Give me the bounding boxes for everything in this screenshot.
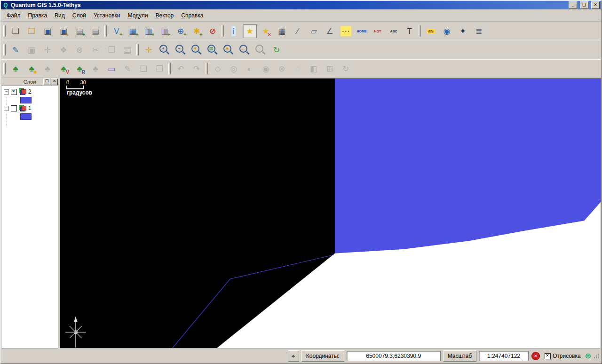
- toolbar-grip[interactable]: [104, 25, 107, 37]
- layers-panel-header[interactable]: Слои ❐ ✕: [1, 78, 58, 86]
- text-annotation-button[interactable]: T: [403, 24, 417, 38]
- scale-bar-plugin-button[interactable]: ≣: [472, 24, 486, 38]
- expander-icon[interactable]: [4, 89, 9, 95]
- deselect-features-button[interactable]: ★✕: [259, 24, 273, 38]
- toolbar-grip[interactable]: [222, 25, 224, 37]
- minimize-button[interactable]: _: [569, 1, 577, 9]
- north-arrow-plugin-button[interactable]: ✦: [456, 24, 470, 38]
- add-spatialite-layer-button[interactable]: ▥+: [158, 24, 172, 38]
- measure-area-button[interactable]: ▱: [307, 24, 321, 38]
- zoom-to-selection-button[interactable]: ★: [222, 43, 236, 57]
- menu-vector[interactable]: Вектор: [151, 11, 177, 20]
- globe-plugin-button[interactable]: ◉: [440, 24, 454, 38]
- toolbar-grip[interactable]: [3, 63, 6, 74]
- open-attribute-table-button[interactable]: ▦: [275, 24, 289, 38]
- dock-float-button[interactable]: ❐: [43, 79, 50, 85]
- scale-bar-unit-label: градусов: [67, 89, 92, 96]
- print-button[interactable]: ▤: [88, 24, 103, 38]
- close-button[interactable]: ✕: [591, 1, 600, 9]
- expander-icon[interactable]: [4, 106, 9, 111]
- menu-file[interactable]: Файл: [3, 11, 24, 20]
- layer-row[interactable]: 1: [1, 104, 58, 112]
- scale-input[interactable]: 1:247407122: [479, 351, 529, 361]
- select-features-button[interactable]: ★: [243, 24, 257, 38]
- render-checkbox[interactable]: [545, 353, 551, 359]
- menu-edit[interactable]: Правка: [24, 11, 51, 20]
- coordinates-input[interactable]: 6500079.3,6230390.9: [347, 351, 441, 361]
- toolbar-grip[interactable]: [3, 25, 6, 37]
- layer-row[interactable]: 2: [1, 87, 58, 96]
- undo-icon: ↶: [177, 65, 184, 73]
- measure-line-button[interactable]: ∕: [291, 24, 305, 38]
- new-project-icon: ❏: [12, 27, 19, 35]
- coordinates-label[interactable]: Координаты:: [301, 350, 344, 362]
- open-project-button[interactable]: ❒: [24, 24, 39, 38]
- toolbar-grip[interactable]: [136, 44, 139, 55]
- pan-map-icon: ✛: [145, 46, 152, 54]
- crs-status-icon[interactable]: ⊕: [585, 352, 591, 360]
- add-vector-layer-button[interactable]: V+: [110, 24, 124, 38]
- dock-close-button[interactable]: ✕: [51, 79, 58, 85]
- show-bookmarks-button[interactable]: HOT: [371, 24, 385, 38]
- menu-help[interactable]: Справка: [177, 11, 207, 20]
- menu-view[interactable]: Вид: [51, 11, 69, 20]
- new-bookmark-button[interactable]: HOME: [355, 24, 369, 38]
- grass-new-mapset-button[interactable]: ♣✱: [24, 62, 39, 76]
- new-print-composer-button[interactable]: ▤+: [72, 24, 87, 38]
- add-raster-layer-button[interactable]: ▦+: [126, 24, 140, 38]
- mouse-position-toggle[interactable]: ⌖: [288, 350, 299, 362]
- add-wms-layer-button[interactable]: ⊕+: [174, 24, 188, 38]
- refresh-map-button[interactable]: ↻: [269, 43, 284, 57]
- toolbar-grip[interactable]: [3, 44, 6, 55]
- stop-render-button[interactable]: ✕: [531, 351, 540, 361]
- add-grass-vector-button[interactable]: ♣V: [56, 62, 71, 76]
- zoom-in-button[interactable]: +: [158, 43, 172, 57]
- zoom-full-extent-icon: ✦: [191, 45, 199, 53]
- map-tips-button[interactable]: ⋯: [339, 24, 353, 38]
- toolbar-grip[interactable]: [168, 63, 171, 74]
- toggle-editing-icon: ✎: [12, 46, 19, 54]
- save-project-as-button[interactable]: ▣✎: [56, 24, 71, 38]
- labeling-button[interactable]: d2s: [424, 24, 438, 38]
- scale-label[interactable]: Масштаб: [443, 350, 476, 362]
- zoom-to-layer-button[interactable]: ▤: [206, 43, 220, 57]
- resize-grip[interactable]: [594, 353, 599, 359]
- layer-visibility-checkbox[interactable]: [11, 105, 17, 111]
- grass-open-mapset-button[interactable]: ♣: [8, 62, 23, 76]
- menu-plugins[interactable]: Модули: [124, 11, 151, 20]
- add-vector-layer-icon: V: [114, 27, 119, 35]
- labels-abc-button[interactable]: ABC: [387, 24, 401, 38]
- title-bar[interactable]: Q Quantum GIS 1.5.0-Tethys _ ❏ ✕: [1, 1, 601, 9]
- toggle-editing-button[interactable]: ✎: [8, 43, 23, 57]
- add-part-icon: ◐: [247, 65, 252, 73]
- menu-settings[interactable]: Установки: [90, 11, 124, 20]
- map-canvas[interactable]: 0 30 градусов: [60, 78, 601, 348]
- maximize-button[interactable]: ❏: [580, 1, 588, 9]
- new-print-composer-overlay-icon: +: [82, 32, 85, 37]
- add-grass-raster-button[interactable]: ♣R: [72, 62, 87, 76]
- measure-angle-button[interactable]: ∠: [323, 24, 337, 38]
- grass-region-button[interactable]: ▭: [104, 62, 119, 76]
- undo-button: ↶: [174, 62, 188, 76]
- labels-abc-icon: ABC: [390, 30, 397, 33]
- add-vector-layer-overlay-icon: +: [119, 32, 122, 37]
- render-toggle[interactable]: Отрисовка: [543, 353, 583, 359]
- zoom-last-button[interactable]: ←: [238, 43, 252, 57]
- new-shapefile-layer-button[interactable]: ✱+: [190, 24, 204, 38]
- identify-features-button[interactable]: i: [227, 24, 241, 38]
- zoom-last-icon: ←: [239, 45, 247, 53]
- remove-layer-button[interactable]: ⊘: [206, 24, 220, 38]
- scale-bar-left-label: 0: [66, 79, 69, 85]
- layer-visibility-checkbox[interactable]: [11, 89, 17, 95]
- toolbar-grip[interactable]: [419, 25, 421, 37]
- new-project-button[interactable]: ❏: [8, 24, 23, 38]
- zoom-full-extent-button[interactable]: ✦: [190, 43, 204, 57]
- pan-map-button[interactable]: ✛: [142, 43, 156, 57]
- zoom-out-button[interactable]: −: [174, 43, 188, 57]
- delete-selected-button: ⊗: [72, 43, 87, 57]
- toolbar-grip[interactable]: [206, 63, 208, 74]
- add-postgis-layer-button[interactable]: ▥+: [142, 24, 156, 38]
- measure-area-icon: ▱: [310, 27, 317, 35]
- menu-layer[interactable]: Слой: [69, 11, 90, 20]
- save-project-button[interactable]: ▣: [40, 24, 55, 38]
